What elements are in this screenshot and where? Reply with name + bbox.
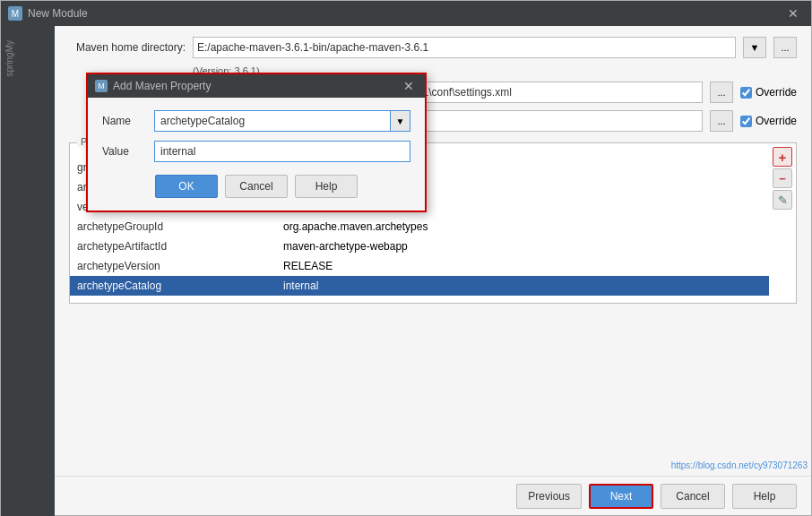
dialog-buttons: OK Cancel Help [102, 175, 410, 198]
property-name-cell: archetypeVersion [70, 256, 276, 276]
maven-home-browse-btn[interactable]: ... [773, 37, 797, 58]
user-settings-override-checkbox[interactable] [740, 87, 752, 99]
sidebar: springMy [1, 26, 55, 516]
dialog-title-bar: M Add Maven Property ✕ [88, 74, 425, 98]
watermark: https://blog.csdn.net/cy973071263 [668, 459, 811, 472]
local-repo-override: Override [740, 115, 797, 127]
dialog-cancel-button[interactable]: Cancel [225, 175, 288, 198]
dialog-help-button[interactable]: Help [295, 175, 358, 198]
table-row[interactable]: archetypeArtifactIdmaven-archetype-webap… [70, 236, 769, 256]
maven-home-input[interactable] [193, 37, 736, 58]
property-value-cell: maven-archetype-webapp [276, 236, 769, 256]
local-repo-browse-btn[interactable]: ... [710, 110, 733, 132]
table-row[interactable]: archetypeVersionRELEASE [70, 256, 769, 276]
window-title: New Module [28, 7, 88, 20]
maven-home-dropdown-btn[interactable]: ▼ [743, 37, 766, 58]
add-property-button[interactable]: + [773, 147, 792, 167]
dialog-title-left: M Add Maven Property [95, 80, 211, 92]
dialog-value-row: Value [102, 141, 410, 162]
property-name-cell: archetypeCatalog [70, 276, 276, 296]
dialog-value-label: Value [102, 145, 147, 158]
local-repo-override-checkbox[interactable] [740, 116, 752, 127]
dialog-value-input[interactable] [154, 141, 410, 162]
title-bar-left: M New Module [8, 6, 88, 21]
cancel-button[interactable]: Cancel [661, 484, 725, 509]
local-repo-override-label: Override [756, 115, 797, 127]
next-button[interactable]: Next [589, 484, 653, 509]
dialog-name-label: Name [102, 115, 147, 127]
help-button[interactable]: Help [732, 484, 797, 509]
dialog-name-dropdown-btn[interactable]: ▼ [391, 110, 410, 132]
dialog-title: Add Maven Property [113, 80, 211, 92]
previous-button[interactable]: Previous [516, 484, 582, 509]
user-settings-browse-btn[interactable]: ... [710, 82, 733, 103]
title-bar: M New Module ✕ [1, 1, 811, 26]
table-row[interactable]: archetypeCataloginternal [70, 276, 769, 296]
close-button[interactable]: ✕ [782, 4, 804, 22]
props-toolbar: + − ✎ [773, 147, 792, 210]
dialog-body: Name ▼ Value OK Cancel Help [88, 98, 425, 211]
user-settings-override-label: Override [756, 86, 797, 99]
dialog-name-row: Name ▼ [102, 110, 410, 132]
remove-property-button[interactable]: − [773, 168, 792, 188]
sidebar-label: springMy [4, 40, 14, 77]
dialog-name-input-wrap: ▼ [154, 110, 410, 132]
dialog-ok-button[interactable]: OK [155, 175, 218, 198]
bottom-bar: Previous Next Cancel Help [55, 476, 811, 515]
property-value-cell: org.apache.maven.archetypes [276, 217, 769, 236]
maven-home-row: Maven home directory: ▼ ... [69, 37, 797, 58]
table-row[interactable]: archetypeGroupIdorg.apache.maven.archety… [70, 217, 769, 236]
add-maven-property-dialog: M Add Maven Property ✕ Name ▼ Value [86, 73, 427, 212]
user-settings-override: Override [740, 86, 797, 99]
property-name-cell: archetypeGroupId [70, 217, 276, 236]
dialog-icon: M [95, 80, 108, 92]
dialog-close-button[interactable]: ✕ [400, 79, 418, 93]
dialog-value-input-wrap [154, 141, 410, 162]
property-name-cell: archetypeArtifactId [70, 236, 276, 256]
main-window: M New Module ✕ springMy Maven home direc… [0, 0, 812, 516]
edit-property-button[interactable]: ✎ [773, 190, 792, 210]
dialog-name-input[interactable] [154, 110, 391, 132]
property-value-cell: RELEASE [276, 256, 769, 276]
property-value-cell: internal [276, 276, 769, 296]
maven-home-label: Maven home directory: [69, 41, 186, 54]
module-icon: M [8, 6, 22, 21]
